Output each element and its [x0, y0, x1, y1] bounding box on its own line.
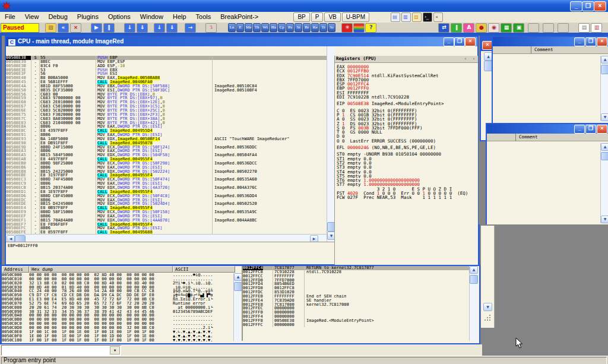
- stack-row[interactable]: 0012FFEC00000000: [243, 306, 477, 311]
- stack-row[interactable]: 0012FFF400000000: [243, 315, 477, 319]
- disasm-row[interactable]: 00508E9D.8B0D 24F15000MOV ECX,DWORD PTR …: [6, 145, 327, 150]
- combobox-dropdown-icon[interactable]: ▼: [110, 346, 120, 354]
- stack-row[interactable]: 0012FFDC853D1020: [243, 290, 477, 295]
- register-line[interactable]: P 1 CS 001B 32bit 0(FFFFFFFF): [335, 113, 478, 117]
- vertical-scrollbar[interactable]: ▲ ▼: [600, 143, 608, 223]
- notes-icon[interactable]: ▥: [401, 12, 411, 22]
- pane-button-sr[interactable]: Sr: [328, 23, 335, 32]
- close-button[interactable]: ×: [597, 37, 607, 46]
- disasm-row[interactable]: 00508EC3.8B0D 74F45000MOV ECX,DWORD PTR …: [6, 178, 327, 182]
- register-line[interactable]: D 0: [335, 134, 478, 138]
- animate-over-icon[interactable]: ⇓: [166, 23, 178, 33]
- scrollbar-thumb[interactable]: [234, 282, 242, 291]
- menu-item-options[interactable]: Options: [103, 12, 135, 20]
- disasm-row[interactable]: 00508E56.C603 00MOV BYTE PTR DS:[EBX],0: [6, 93, 327, 97]
- register-line[interactable]: ST6 empty 1.0000000000000000000: [335, 178, 478, 182]
- register-line[interactable]: ST1 empty 0.0: [335, 157, 478, 161]
- open-file-icon[interactable]: ▨: [45, 23, 56, 33]
- options-gear-icon[interactable]: ✳: [341, 23, 353, 33]
- menu-item-breakpoint[interactable]: BreakPoint->: [216, 12, 263, 20]
- minimize-button[interactable]: _: [574, 125, 585, 134]
- pause-log-icon[interactable]: ‖: [451, 23, 462, 33]
- disasm-row[interactable]: 00508E3F.56PUSH ESI: [6, 72, 327, 76]
- stack-row[interactable]: 0012FFD07FFD7000: [243, 278, 477, 283]
- disasm-row[interactable]: 00508E8C.E8 4397F8FFCALL ImageRed.004955…: [6, 129, 327, 133]
- disasm-row[interactable]: 00508EE9.8B0D 58F15000MOV ECX,DWORD PTR …: [6, 210, 327, 214]
- disasm-row[interactable]: 00508E98.E8 DB91F8FFCALL ImageRed.004950…: [6, 141, 327, 145]
- pane-collapse-icon[interactable]: ‹: [461, 56, 470, 62]
- dump-row[interactable]: 0050C00000 00 00 00 00 00 00 00 02 8D 40…: [2, 273, 242, 277]
- dump-row[interactable]: 0050C0F01E 00 1F 00 1E 00 1F 00 1F 00 1D…: [2, 334, 242, 338]
- dump-row[interactable]: 0050C08020 20 61 74 20 30 30 30 30 30 30…: [2, 306, 242, 310]
- layout-list-icon[interactable]: ▥: [591, 23, 602, 33]
- minimize-button[interactable]: _: [570, 1, 582, 11]
- scroll-down-arrow[interactable]: ▼: [601, 216, 608, 223]
- comment-column-header[interactable]: Comment: [487, 134, 538, 140]
- register-line[interactable]: EBP 0012FFF0: [335, 86, 478, 90]
- disasm-row[interactable]: 00508E59.C683 97000000 00MOV BYTE PTR DS…: [6, 96, 327, 100]
- comment-column-header[interactable]: Comment: [493, 47, 553, 52]
- run-icon[interactable]: ▶: [91, 23, 102, 33]
- resize-grip[interactable]: [484, 315, 492, 322]
- ascii-table-icon[interactable]: A: [463, 23, 474, 33]
- disasm-horizontal-scrollbar[interactable]: ◀ ▶: [6, 234, 327, 242]
- minimize-button[interactable]: _: [444, 37, 454, 46]
- menu-item-view[interactable]: View: [20, 12, 44, 20]
- scroll-up-arrow[interactable]: ▲: [601, 143, 608, 151]
- disasm-row[interactable]: 00508E39.8BECMOV EBP,ESP: [6, 60, 327, 64]
- dump-row[interactable]: 0050C040CC 24 40 00 78 26 40 00 54 2A 40…: [2, 289, 242, 293]
- appearance-icon[interactable]: [353, 23, 365, 33]
- log-window-icon[interactable]: ▤: [391, 12, 400, 22]
- menu-item-help[interactable]: Help: [168, 12, 191, 20]
- stack-row[interactable]: 0012FFF800508E38ImageRed.<ModuleEntryPoi…: [243, 319, 477, 323]
- disasm-row[interactable]: 00508E3B.83C4 F0ADD ESP,-10: [6, 64, 327, 68]
- pane-button-cp[interactable]: Cp: [278, 23, 286, 32]
- disasm-row[interactable]: 00508EAB.E8 4497F8FFCALL ImageRed.004955…: [6, 157, 327, 162]
- register-line[interactable]: O 0 LastErr ERROR_SUCCESS (00000000): [335, 139, 478, 143]
- disasm-row[interactable]: 00508EF7.E8 F896F8FFCALL ImageRed.004955…: [6, 223, 327, 227]
- disasm-row[interactable]: 00508EA3.8B06MOV EAX,DWORD PTR DS:[ESI]: [6, 149, 327, 153]
- close-button[interactable]: ×: [465, 37, 476, 46]
- close-button[interactable]: ×: [594, 1, 606, 11]
- disasm-row[interactable]: 00508EC9.8B06MOV EAX,DWORD PTR DS:[ESI]: [6, 182, 327, 186]
- register-line[interactable]: EAX 00000000: [335, 65, 478, 69]
- register-line[interactable]: A 0 SS 0023 32bit 0(FFFFFFFF): [335, 117, 478, 121]
- empty-button[interactable]: [558, 23, 569, 33]
- step-over-icon[interactable]: ⇓: [137, 23, 148, 33]
- dump-row[interactable]: 0050C060E1 E3 00 E4 E5 8D 40 00 45 72 72…: [2, 297, 242, 302]
- pane-button-tr[interactable]: Tr: [319, 23, 327, 32]
- register-line[interactable]: ESI FFFFFFFF: [335, 91, 478, 95]
- vertical-scrollbar[interactable]: ▲ ▼: [600, 56, 608, 121]
- disasm-row[interactable]: 00508E50.8B35 DCF35000MOV ESI,DWORD PTR …: [6, 88, 327, 93]
- dump-row[interactable]: 0050C0C000 00 00 00 00 00 00 00 00 00 00…: [2, 322, 242, 326]
- register-line[interactable]: EBX 7FFD7000: [335, 78, 478, 82]
- disasm-row[interactable]: 00508E91.8B06MOV EAX,DWORD PTR DS:[ESI]: [6, 133, 327, 137]
- disasm-row[interactable]: 00508ECB.8B15 20374A00MOV EDX,DWORD PTR …: [6, 186, 327, 190]
- stack-row[interactable]: 0012FFF000000000: [243, 311, 477, 315]
- pane-button-wi[interactable]: Wi: [261, 23, 269, 32]
- stack-row[interactable]: 0012FFD48054B6ED: [243, 282, 477, 286]
- register-line[interactable]: EDX 7C90E514 ntdll.KiFastSystemCallRet: [335, 74, 478, 78]
- register-line[interactable]: EDI 7C910228 ntdll.7C910228: [335, 95, 478, 99]
- disasm-row[interactable]: 00508E83.C683 21040000 00MOV BYTE PTR DS…: [6, 121, 327, 125]
- register-line[interactable]: T 0 GS 0000 NULL: [335, 130, 478, 134]
- go-to-address-icon[interactable]: ↴: [205, 23, 217, 33]
- scrollbar-thumb[interactable]: [601, 152, 608, 160]
- scrollbar-thumb[interactable]: [470, 275, 478, 284]
- register-line[interactable]: C 0 ES 0023 32bit 0(FFFFFFFF): [335, 109, 478, 113]
- maximize-button[interactable]: ❐: [585, 37, 596, 46]
- disasm-row[interactable]: 00508E75.C683 F3020000 00MOV BYTE PTR DS…: [6, 113, 327, 117]
- stack-row[interactable]: 0012FFE47C839AD8SE handler: [243, 299, 477, 303]
- scroll-down-arrow[interactable]: ▼: [601, 113, 608, 121]
- spiral-icon[interactable]: ◉: [488, 23, 499, 33]
- command-combobox[interactable]: ▼: [1, 345, 121, 356]
- stack-row[interactable]: 0012FFE0FFFFFFFFEnd of SEH chain: [243, 295, 477, 299]
- disasm-row[interactable]: 00508E4A.8B1D 88F55000MOV EBX,DWORD PTR …: [6, 84, 327, 88]
- register-line[interactable]: S 0 FS 003B 32bit 7FFDF000(FFF): [335, 126, 478, 130]
- window-title-bar[interactable]: _ ❐ ×: [487, 124, 608, 134]
- menu-button-u-bpm[interactable]: U-BPM: [342, 12, 369, 22]
- minimize-button[interactable]: _: [574, 37, 585, 46]
- disasm-row[interactable]: 00508ED1.E8 1E97F8FFCALL ImageRed.004955…: [6, 190, 327, 194]
- disasm-row[interactable]: 00508E38$55PUSH EBP: [6, 56, 327, 60]
- step-into-icon[interactable]: ↓: [124, 23, 135, 33]
